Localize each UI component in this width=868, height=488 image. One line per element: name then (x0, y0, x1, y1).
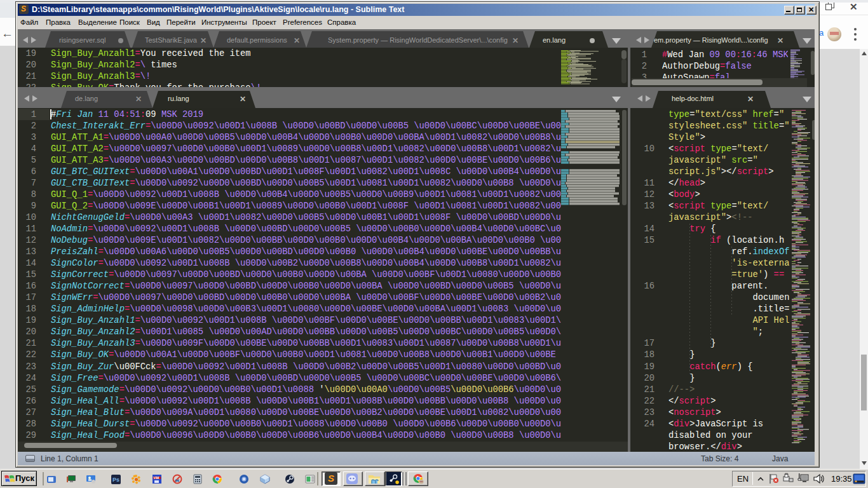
svg-text:Ps: Ps (112, 477, 119, 483)
svg-text:VIM: VIM (154, 476, 159, 480)
